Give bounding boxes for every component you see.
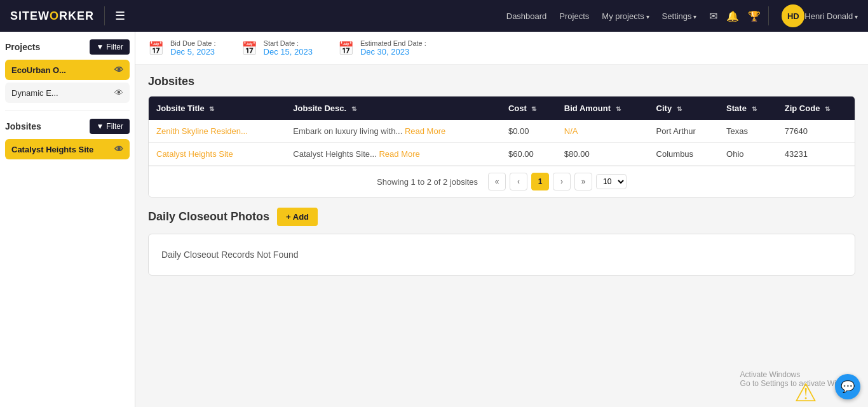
row1-bid-amount: N/A [557, 120, 649, 143]
bid-due-value: Dec 5, 2023 [170, 47, 216, 57]
sort-icon-1: ⇅ [209, 105, 214, 112]
projects-filter-button[interactable]: ▼ Filter [90, 39, 130, 55]
page-content: Jobsites Jobsite Title ⇅ Jobsite Desc. ⇅ [135, 65, 868, 286]
logo-accent: O [50, 10, 59, 22]
end-date-item: 📅 Estimated End Date : Dec 30, 2023 [338, 39, 426, 57]
header-icon-group: ✉ 🔔 🏆 [709, 10, 761, 22]
sidebar-item-ecourban[interactable]: EcoUrban O... 👁 [5, 60, 130, 80]
eye-icon-catalyst[interactable]: 👁 [114, 144, 123, 154]
row2-title-link[interactable]: Catalyst Heights Site [156, 149, 233, 159]
sort-icon-6: ⇅ [752, 105, 757, 112]
col-cost[interactable]: Cost ⇅ [501, 97, 557, 120]
nav-settings[interactable]: Settings [662, 11, 697, 21]
bid-due-label: Bid Due Date : [170, 39, 216, 47]
eye-icon[interactable]: 👁 [114, 65, 123, 75]
row2-city: Columbus [649, 143, 719, 166]
jobsites-table-container: Jobsite Title ⇅ Jobsite Desc. ⇅ Cost ⇅ [148, 96, 855, 197]
jobsites-section-title: Jobsites [148, 75, 855, 88]
row1-zip: 77640 [777, 120, 855, 143]
projects-title: Projects [5, 42, 40, 52]
row1-cost: $0.00 [501, 120, 557, 143]
row2-desc: Catalyst Heights Site... [293, 149, 377, 159]
row2-read-more[interactable]: Read More [379, 149, 419, 159]
bell-icon[interactable]: 🔔 [726, 10, 739, 22]
next-page-button[interactable]: › [553, 173, 571, 190]
filter-icon-2: ▼ [96, 122, 104, 131]
daily-closeout-header: Daily Closeout Photos + Add [148, 208, 855, 226]
row1-state: Texas [719, 120, 777, 143]
per-page-select[interactable]: 10 25 50 [596, 174, 627, 189]
chat-button[interactable]: 💬 [835, 374, 860, 399]
table-header: Jobsite Title ⇅ Jobsite Desc. ⇅ Cost ⇅ [149, 97, 855, 120]
sidebar-divider [5, 110, 130, 111]
sidebar-item-label: EcoUrban O... [11, 65, 66, 75]
col-jobsite-title[interactable]: Jobsite Title ⇅ [149, 97, 285, 120]
header-divider-2 [768, 6, 769, 25]
main-content: 📅 Bid Due Date : Dec 5, 2023 📅 Start Dat… [135, 32, 868, 407]
end-label: Estimated End Date : [360, 39, 426, 47]
main-layout: Projects ▼ Filter EcoUrban O... 👁 Dynami… [0, 32, 868, 407]
first-page-button[interactable]: « [488, 173, 506, 190]
sort-icon-5: ⇅ [677, 105, 682, 112]
user-avatar[interactable]: HD [782, 4, 804, 27]
sort-icon-7: ⇅ [825, 105, 830, 112]
table-row: Zenith Skyline Residen... Embark on luxu… [149, 120, 855, 143]
col-state[interactable]: State ⇅ [719, 97, 777, 120]
add-closeout-button[interactable]: + Add [277, 208, 318, 226]
sidebar-item-dynamic[interactable]: Dynamic E... 👁 [5, 83, 130, 103]
sort-icon-4: ⇅ [616, 105, 621, 112]
bid-due-date-item: 📅 Bid Due Date : Dec 5, 2023 [148, 39, 216, 57]
row2-zip: 43231 [777, 143, 855, 166]
filter-icon: ▼ [96, 43, 104, 51]
sidebar-item-catalyst[interactable]: Catalyst Heights Site 👁 [5, 139, 130, 159]
projects-section-header: Projects ▼ Filter [5, 39, 130, 55]
nav-my-projects[interactable]: My projects [602, 11, 649, 21]
logo: SITEWORKER [10, 10, 94, 23]
header-divider [104, 6, 105, 25]
last-page-button[interactable]: » [574, 173, 592, 190]
header: SITEWORKER ☰ Dashboard Projects My proje… [0, 0, 868, 32]
eye-icon[interactable]: 👁 [114, 88, 123, 98]
start-value: Dec 15, 2023 [264, 47, 313, 57]
main-nav: Dashboard Projects My projects Settings [506, 11, 697, 21]
trophy-icon[interactable]: 🏆 [748, 10, 761, 22]
table-row: Catalyst Heights Site Catalyst Heights S… [149, 143, 855, 166]
table-body: Zenith Skyline Residen... Embark on luxu… [149, 120, 855, 166]
daily-closeout-title: Daily Closeout Photos [148, 210, 269, 224]
jobsites-table: Jobsite Title ⇅ Jobsite Desc. ⇅ Cost ⇅ [149, 97, 855, 166]
page-1-button[interactable]: 1 [531, 173, 549, 190]
start-date-item: 📅 Start Date : Dec 15, 2023 [241, 39, 313, 57]
calendar-icon-2: 📅 [241, 41, 257, 56]
mail-icon[interactable]: ✉ [709, 10, 717, 22]
sort-icon-2: ⇅ [351, 105, 356, 112]
jobsites-section-header: Jobsites ▼ Filter [5, 119, 130, 134]
empty-closeout-message: Daily Closeout Records Not Found [161, 250, 299, 260]
row2-cost: $60.00 [501, 143, 557, 166]
hamburger-icon[interactable]: ☰ [115, 9, 125, 23]
row1-title-link[interactable]: Zenith Skyline Residen... [156, 126, 248, 136]
row2-state: Ohio [719, 143, 777, 166]
jobsites-title: Jobsites [5, 121, 41, 131]
empty-closeout-card: Daily Closeout Records Not Found [148, 234, 855, 276]
pagination: Showing 1 to 2 of 2 jobsites « ‹ 1 › » 1… [149, 166, 855, 197]
col-zip[interactable]: Zip Code ⇅ [777, 97, 855, 120]
start-label: Start Date : [264, 39, 313, 47]
col-jobsite-desc[interactable]: Jobsite Desc. ⇅ [285, 97, 501, 120]
sidebar-item-label: Catalyst Heights Site [11, 145, 93, 154]
row1-city: Port Arthur [649, 120, 719, 143]
row1-read-more[interactable]: Read More [405, 126, 445, 136]
user-name[interactable]: Henri Donald [804, 11, 858, 21]
nav-projects[interactable]: Projects [559, 11, 589, 21]
nav-dashboard[interactable]: Dashboard [506, 11, 547, 21]
sort-icon-3: ⇅ [531, 105, 536, 112]
end-value: Dec 30, 2023 [360, 47, 426, 57]
sidebar-item-label: Dynamic E... [11, 88, 58, 98]
dates-bar: 📅 Bid Due Date : Dec 5, 2023 📅 Start Dat… [135, 32, 868, 65]
calendar-icon-3: 📅 [338, 41, 354, 56]
col-city[interactable]: City ⇅ [649, 97, 719, 120]
prev-page-button[interactable]: ‹ [510, 173, 527, 190]
pagination-info: Showing 1 to 2 of 2 jobsites [377, 177, 478, 187]
col-bid-amount[interactable]: Bid Amount ⇅ [557, 97, 649, 120]
sidebar: Projects ▼ Filter EcoUrban O... 👁 Dynami… [0, 32, 135, 407]
jobsites-filter-button[interactable]: ▼ Filter [90, 119, 130, 134]
